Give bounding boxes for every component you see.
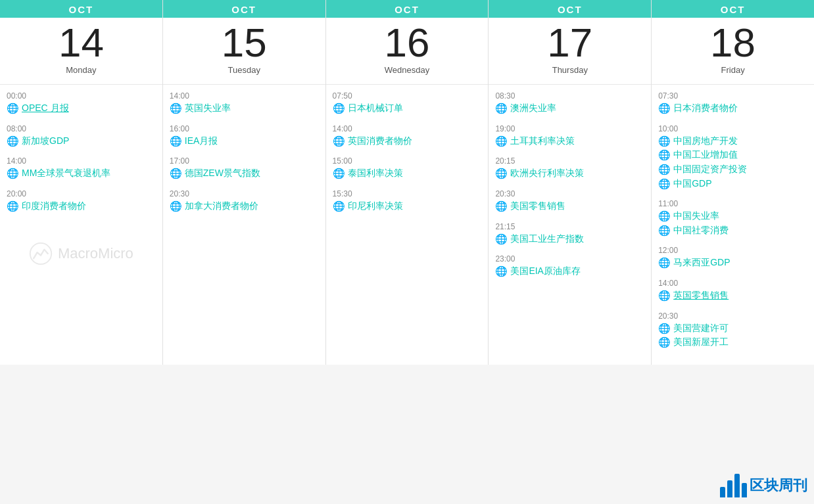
watermark-label: 区块周刊 <box>750 476 807 495</box>
event-block: 20:00🌐印度消费者物价 <box>7 189 156 213</box>
event-item[interactable]: 🌐泰国利率决策 <box>333 167 482 180</box>
event-time: 20:30 <box>495 189 644 198</box>
event-name: MM全球景气衰退机率 <box>22 167 110 180</box>
event-block: 19:00🌐土耳其利率决策 <box>495 124 644 148</box>
event-item[interactable]: 🌐加拿大消费者物价 <box>170 200 319 213</box>
event-block: 08:30🌐澳洲失业率 <box>495 91 644 115</box>
day-column-18: OCT18Friday07:30🌐日本消费者物价10:00🌐中国房地产开发🌐中国… <box>652 0 814 365</box>
globe-icon: 🌐 <box>658 163 671 176</box>
event-item[interactable]: 🌐英国消费者物价 <box>333 135 482 148</box>
month-label-3: OCT <box>489 0 651 18</box>
weekday-label-2: Wednesday <box>326 65 489 79</box>
event-time: 14:00 <box>7 156 156 166</box>
event-block: 14:00🌐MM全球景气衰退机率 <box>7 156 156 180</box>
month-label-0: OCT <box>0 0 162 18</box>
globe-icon: 🌐 <box>658 224 671 237</box>
event-item[interactable]: 🌐新加坡GDP <box>7 135 156 148</box>
event-time: 14:00 <box>658 279 807 288</box>
event-item[interactable]: 🌐MM全球景气衰退机率 <box>7 167 156 180</box>
event-item[interactable]: 🌐日本消费者物价 <box>658 102 807 115</box>
globe-icon: 🌐 <box>170 167 182 180</box>
day-column-16: OCT16Wednesday07:50🌐日本机械订单14:00🌐英国消费者物价1… <box>326 0 489 365</box>
events-list-3: 08:30🌐澳洲失业率19:00🌐土耳其利率决策20:15🌐欧洲央行利率决策20… <box>489 85 651 294</box>
globe-icon: 🌐 <box>495 167 508 180</box>
event-item[interactable]: 🌐土耳其利率决策 <box>495 135 644 148</box>
event-name: 印尼利率决策 <box>348 200 403 213</box>
event-block: 10:00🌐中国房地产开发🌐中国工业增加值🌐中国固定资产投资🌐中国GDP <box>658 124 807 190</box>
event-item[interactable]: 🌐中国固定资产投资 <box>658 163 807 176</box>
globe-icon: 🌐 <box>170 102 182 115</box>
event-item[interactable]: 🌐中国GDP <box>658 177 807 191</box>
globe-icon: 🌐 <box>7 135 19 148</box>
event-name: 德国ZEW景气指数 <box>185 167 260 180</box>
event-block: 17:00🌐德国ZEW景气指数 <box>170 156 319 180</box>
event-item[interactable]: 🌐OPEC 月报 <box>7 102 156 115</box>
weekday-label-1: Tuesday <box>163 65 325 79</box>
event-block: 08:00🌐新加坡GDP <box>7 124 156 148</box>
event-name: 中国失业率 <box>673 210 719 223</box>
event-item[interactable]: 🌐中国工业增加值 <box>658 149 807 162</box>
event-item[interactable]: 🌐英国零售销售 <box>658 289 807 302</box>
event-block: 07:30🌐日本消费者物价 <box>658 91 807 115</box>
event-item[interactable]: 🌐欧洲央行利率决策 <box>495 167 644 180</box>
event-name: IEA月报 <box>185 135 218 148</box>
event-item[interactable]: 🌐德国ZEW景气指数 <box>170 167 319 180</box>
day-header-17: OCT17Thursday <box>489 0 651 85</box>
event-name: 土耳其利率决策 <box>510 135 575 148</box>
globe-icon: 🌐 <box>495 233 508 246</box>
event-item[interactable]: 🌐澳洲失业率 <box>495 102 644 115</box>
event-item[interactable]: 🌐美国新屋开工 <box>658 336 807 349</box>
globe-icon: 🌐 <box>7 167 19 180</box>
event-time: 00:00 <box>7 91 156 101</box>
month-label-2: OCT <box>326 0 489 18</box>
globe-icon: 🌐 <box>658 322 671 335</box>
event-time: 14:00 <box>333 124 482 133</box>
event-block: 20:30🌐美国营建许可🌐美国新屋开工 <box>658 311 807 349</box>
event-item[interactable]: 🌐美国营建许可 <box>658 322 807 335</box>
globe-icon: 🌐 <box>658 210 671 223</box>
bar1 <box>720 487 725 497</box>
events-list-4: 07:30🌐日本消费者物价10:00🌐中国房地产开发🌐中国工业增加值🌐中国固定资… <box>652 85 814 365</box>
watermark-bars-icon <box>720 474 747 497</box>
globe-icon: 🌐 <box>170 200 182 213</box>
event-time: 21:15 <box>495 222 644 231</box>
event-block: 23:00🌐美国EIA原油库存 <box>495 254 644 278</box>
event-time: 11:00 <box>658 199 807 208</box>
event-item[interactable]: 🌐马来西亚GDP <box>658 256 807 269</box>
globe-icon: 🌐 <box>658 289 671 302</box>
event-item[interactable]: 🌐美国零售销售 <box>495 200 644 213</box>
event-time: 23:00 <box>495 254 644 263</box>
event-name: 英国零售销售 <box>673 289 729 302</box>
event-item[interactable]: 🌐中国社零消费 <box>658 224 807 237</box>
event-item[interactable]: 🌐IEA月报 <box>170 135 319 148</box>
event-name: 英国失业率 <box>185 102 231 115</box>
globe-icon: 🌐 <box>495 200 508 213</box>
event-name: 美国零售销售 <box>510 200 565 213</box>
weekday-label-4: Friday <box>652 65 814 79</box>
day-header-18: OCT18Friday <box>652 0 814 85</box>
event-item[interactable]: 🌐印尼利率决策 <box>333 200 482 213</box>
globe-icon: 🌐 <box>658 256 671 269</box>
event-item[interactable]: 🌐美国工业生产指数 <box>495 233 644 246</box>
event-item[interactable]: 🌐中国房地产开发 <box>658 135 807 148</box>
event-name: 中国社零消费 <box>673 224 729 237</box>
event-name: 马来西亚GDP <box>673 256 730 269</box>
event-time: 08:30 <box>495 91 644 101</box>
event-item[interactable]: 🌐印度消费者物价 <box>7 200 156 213</box>
event-block: 16:00🌐IEA月报 <box>170 124 319 148</box>
globe-icon: 🌐 <box>658 177 671 191</box>
event-time: 20:00 <box>7 189 156 198</box>
event-item[interactable]: 🌐中国失业率 <box>658 210 807 223</box>
event-item[interactable]: 🌐英国失业率 <box>170 102 319 115</box>
month-label-4: OCT <box>652 0 814 18</box>
event-item[interactable]: 🌐美国EIA原油库存 <box>495 265 644 278</box>
day-num-4: 18 <box>652 18 814 65</box>
event-time: 20:15 <box>495 156 644 166</box>
day-column-15: OCT15Tuesday14:00🌐英国失业率16:00🌐IEA月报17:00🌐… <box>163 0 326 365</box>
bar3 <box>734 474 740 497</box>
event-item[interactable]: 🌐日本机械订单 <box>333 102 482 115</box>
event-block: 15:30🌐印尼利率决策 <box>333 189 482 213</box>
macromicro-text: MacroMicro <box>58 245 133 262</box>
macromicro-icon <box>29 242 53 265</box>
globe-icon: 🌐 <box>333 102 345 115</box>
